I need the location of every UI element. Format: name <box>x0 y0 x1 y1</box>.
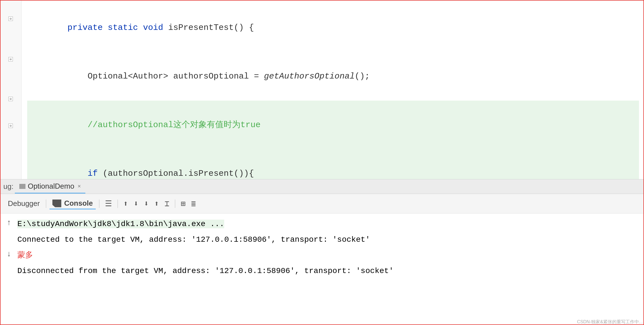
tab-close-button[interactable]: × <box>78 183 81 189</box>
console-row-3: ↓ 蒙多 <box>1 248 644 263</box>
keyword-private: private <box>67 23 108 32</box>
debug-panel: ug: OptionalDemo × Debugger Console ☰ ⬆ … <box>1 179 644 325</box>
fold-marker-3[interactable]: ⊖ <box>8 97 13 101</box>
console-row-1: ↑ E:\studyAndWork\jdk8\jdk1.8\bin\java.e… <box>1 216 644 232</box>
toolbar-divider-1 <box>46 200 46 208</box>
cursor-icon[interactable]: ⌶ <box>162 198 172 209</box>
toolbar-divider-4 <box>175 200 175 208</box>
method-name: isPresentTest <box>168 23 234 32</box>
down-arrow-icon-1[interactable]: ⬇ <box>132 198 141 209</box>
down-arrow-icon-2[interactable]: ⬇ <box>142 198 151 209</box>
debug-tab-bar: ug: OptionalDemo × <box>1 179 644 194</box>
up-arrow[interactable]: ↑ <box>1 217 17 227</box>
debugger-button[interactable]: Debugger <box>5 198 43 209</box>
code-content: private static void isPresentTest() { Op… <box>22 1 644 179</box>
code-line-4: if (authorsOptional.isPresent()){ <box>27 149 639 179</box>
console-row-4: Disconnected from the target VM, address… <box>1 263 644 279</box>
up-arrow-icon-2[interactable]: ⬆ <box>152 198 161 209</box>
comment-1: //authorsOptional这个对象有值时为true <box>88 120 261 130</box>
menu-icon[interactable]: ☰ <box>103 198 114 209</box>
code-line-1: private static void isPresentTest() { <box>27 3 639 52</box>
class-optional: Optional<Author> authorsOptional = <box>88 72 264 81</box>
spacer-arrow <box>1 233 17 234</box>
spacer-arrow-2 <box>1 264 17 265</box>
code-line-2: Optional<Author> authorsOptional = getAu… <box>27 52 639 101</box>
fold-marker-2[interactable]: ⊖ <box>8 57 13 61</box>
console-line-4: Disconnected from the target VM, address… <box>17 264 644 278</box>
up-arrow-icon[interactable]: ⬆ <box>121 198 130 209</box>
code-editor: ⊖ ⊖ ⊖ ⊖ private static void isPresentTes… <box>1 1 644 179</box>
console-button[interactable]: Console <box>50 198 96 209</box>
exe-path: E:\studyAndWork\jdk8\jdk1.8\bin\java.exe… <box>17 220 224 228</box>
keyword-void: void <box>143 23 168 32</box>
toolbar-divider-3 <box>118 200 118 208</box>
optional-demo-tab[interactable]: OptionalDemo × <box>15 180 85 193</box>
console-row-2: Connected to the target VM, address: '12… <box>1 232 644 248</box>
toolbar-divider-2 <box>99 200 99 208</box>
console-output: ↑ E:\studyAndWork\jdk8\jdk1.8\bin\java.e… <box>1 213 644 325</box>
fold-marker-4[interactable]: ⊖ <box>8 124 13 128</box>
console-label: Console <box>64 199 93 208</box>
console-line-2: Connected to the target VM, address: '12… <box>17 233 644 246</box>
keyword-static: static <box>108 23 143 32</box>
code-line-3: //authorsOptional这个对象有值时为true <box>27 101 639 149</box>
keyword-if: if <box>88 169 103 178</box>
line-gutter: ⊖ ⊖ ⊖ ⊖ <box>1 1 22 179</box>
fold-marker-1[interactable]: ⊖ <box>8 16 13 21</box>
debug-label: ug: <box>3 182 13 191</box>
method-getAuthors: getAuthorsOptional <box>264 72 355 81</box>
console-line-1: E:\studyAndWork\jdk8\jdk1.8\bin\java.exe… <box>17 217 644 231</box>
console-line-3: 蒙多 <box>17 249 644 262</box>
tab-label: OptionalDemo <box>28 182 74 191</box>
console-icon <box>52 200 61 207</box>
watermark: CSDN-独家&紧张的重写工作中… <box>577 319 643 325</box>
debug-toolbar: Debugger Console ☰ ⬆ ⬇ ⬇ ⬆ ⌶ ⊞ ≣ <box>1 194 644 213</box>
list-icon[interactable]: ≣ <box>189 198 198 209</box>
file-icon <box>19 184 25 189</box>
table-icon[interactable]: ⊞ <box>179 198 188 209</box>
down-arrow[interactable]: ↓ <box>1 249 17 258</box>
